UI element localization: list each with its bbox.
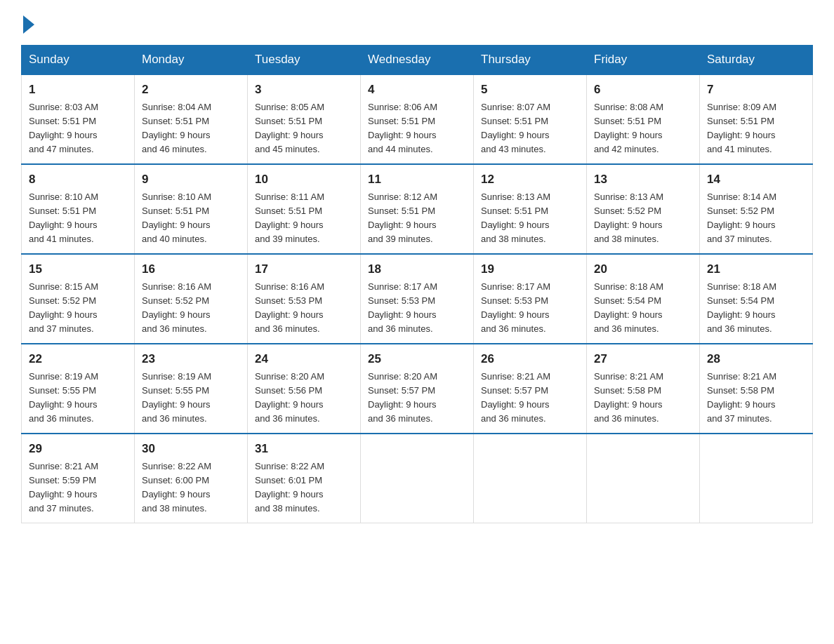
day-info: Sunrise: 8:20 AMSunset: 5:56 PMDaylight:… (255, 370, 353, 427)
day-number: 21 (707, 260, 805, 279)
day-number: 25 (368, 350, 466, 368)
day-info: Sunrise: 8:18 AMSunset: 5:54 PMDaylight:… (707, 280, 805, 337)
calendar-week-row: 1Sunrise: 8:03 AMSunset: 5:51 PMDaylight… (22, 74, 813, 164)
day-number: 1 (29, 81, 127, 99)
table-row: 10Sunrise: 8:11 AMSunset: 5:51 PMDayligh… (248, 164, 361, 254)
day-number: 30 (142, 440, 240, 458)
day-info: Sunrise: 8:19 AMSunset: 5:55 PMDaylight:… (29, 370, 127, 427)
table-row: 23Sunrise: 8:19 AMSunset: 5:55 PMDayligh… (135, 344, 248, 434)
day-info: Sunrise: 8:17 AMSunset: 5:53 PMDaylight:… (481, 280, 579, 337)
col-wednesday: Wednesday (361, 46, 474, 75)
day-number: 2 (142, 81, 240, 99)
calendar-header-row: Sunday Monday Tuesday Wednesday Thursday… (22, 46, 813, 75)
day-info: Sunrise: 8:16 AMSunset: 5:53 PMDaylight:… (255, 280, 353, 337)
table-row: 6Sunrise: 8:08 AMSunset: 5:51 PMDaylight… (587, 74, 700, 164)
day-number: 24 (255, 350, 353, 368)
day-number: 26 (481, 350, 579, 368)
day-number: 15 (29, 260, 127, 279)
table-row: 25Sunrise: 8:20 AMSunset: 5:57 PMDayligh… (361, 344, 474, 434)
day-info: Sunrise: 8:07 AMSunset: 5:51 PMDaylight:… (481, 100, 579, 157)
table-row: 26Sunrise: 8:21 AMSunset: 5:57 PMDayligh… (474, 344, 587, 434)
table-row: 30Sunrise: 8:22 AMSunset: 6:00 PMDayligh… (135, 434, 248, 523)
day-info: Sunrise: 8:08 AMSunset: 5:51 PMDaylight:… (594, 100, 692, 157)
table-row: 19Sunrise: 8:17 AMSunset: 5:53 PMDayligh… (474, 254, 587, 344)
col-friday: Friday (587, 46, 700, 75)
calendar-week-row: 15Sunrise: 8:15 AMSunset: 5:52 PMDayligh… (22, 254, 813, 344)
table-row: 17Sunrise: 8:16 AMSunset: 5:53 PMDayligh… (248, 254, 361, 344)
page-header (21, 14, 813, 31)
table-row (700, 434, 813, 523)
table-row: 28Sunrise: 8:21 AMSunset: 5:58 PMDayligh… (700, 344, 813, 434)
table-row: 9Sunrise: 8:10 AMSunset: 5:51 PMDaylight… (135, 164, 248, 254)
col-sunday: Sunday (22, 46, 135, 75)
col-thursday: Thursday (474, 46, 587, 75)
table-row: 11Sunrise: 8:12 AMSunset: 5:51 PMDayligh… (361, 164, 474, 254)
table-row: 21Sunrise: 8:18 AMSunset: 5:54 PMDayligh… (700, 254, 813, 344)
day-info: Sunrise: 8:21 AMSunset: 5:57 PMDaylight:… (481, 370, 579, 427)
day-info: Sunrise: 8:03 AMSunset: 5:51 PMDaylight:… (29, 100, 127, 157)
logo-arrow-icon (23, 15, 34, 34)
calendar-week-row: 29Sunrise: 8:21 AMSunset: 5:59 PMDayligh… (22, 434, 813, 523)
day-number: 19 (481, 260, 579, 279)
table-row: 22Sunrise: 8:19 AMSunset: 5:55 PMDayligh… (22, 344, 135, 434)
day-number: 29 (29, 440, 127, 458)
table-row: 13Sunrise: 8:13 AMSunset: 5:52 PMDayligh… (587, 164, 700, 254)
day-info: Sunrise: 8:13 AMSunset: 5:52 PMDaylight:… (594, 190, 692, 247)
day-info: Sunrise: 8:10 AMSunset: 5:51 PMDaylight:… (29, 190, 127, 247)
table-row: 7Sunrise: 8:09 AMSunset: 5:51 PMDaylight… (700, 74, 813, 164)
day-number: 17 (255, 260, 353, 279)
day-number: 6 (594, 81, 692, 99)
col-tuesday: Tuesday (248, 46, 361, 75)
table-row: 20Sunrise: 8:18 AMSunset: 5:54 PMDayligh… (587, 254, 700, 344)
day-number: 12 (481, 170, 579, 189)
day-number: 20 (594, 260, 692, 279)
day-info: Sunrise: 8:10 AMSunset: 5:51 PMDaylight:… (142, 190, 240, 247)
day-number: 23 (142, 350, 240, 368)
day-number: 10 (255, 170, 353, 189)
table-row: 4Sunrise: 8:06 AMSunset: 5:51 PMDaylight… (361, 74, 474, 164)
table-row: 14Sunrise: 8:14 AMSunset: 5:52 PMDayligh… (700, 164, 813, 254)
table-row: 2Sunrise: 8:04 AMSunset: 5:51 PMDaylight… (135, 74, 248, 164)
day-number: 4 (368, 81, 466, 99)
day-number: 31 (255, 440, 353, 458)
day-info: Sunrise: 8:13 AMSunset: 5:51 PMDaylight:… (481, 190, 579, 247)
day-number: 13 (594, 170, 692, 189)
day-info: Sunrise: 8:14 AMSunset: 5:52 PMDaylight:… (707, 190, 805, 247)
day-info: Sunrise: 8:17 AMSunset: 5:53 PMDaylight:… (368, 280, 466, 337)
day-info: Sunrise: 8:21 AMSunset: 5:59 PMDaylight:… (29, 459, 127, 516)
table-row: 18Sunrise: 8:17 AMSunset: 5:53 PMDayligh… (361, 254, 474, 344)
day-info: Sunrise: 8:16 AMSunset: 5:52 PMDaylight:… (142, 280, 240, 337)
table-row: 5Sunrise: 8:07 AMSunset: 5:51 PMDaylight… (474, 74, 587, 164)
day-number: 8 (29, 170, 127, 189)
day-number: 3 (255, 81, 353, 99)
table-row: 29Sunrise: 8:21 AMSunset: 5:59 PMDayligh… (22, 434, 135, 523)
table-row (474, 434, 587, 523)
table-row: 16Sunrise: 8:16 AMSunset: 5:52 PMDayligh… (135, 254, 248, 344)
table-row (587, 434, 700, 523)
calendar-table: Sunday Monday Tuesday Wednesday Thursday… (21, 45, 813, 523)
day-info: Sunrise: 8:06 AMSunset: 5:51 PMDaylight:… (368, 100, 466, 157)
day-number: 27 (594, 350, 692, 368)
day-number: 28 (707, 350, 805, 368)
table-row: 27Sunrise: 8:21 AMSunset: 5:58 PMDayligh… (587, 344, 700, 434)
day-number: 18 (368, 260, 466, 279)
day-number: 9 (142, 170, 240, 189)
logo (21, 14, 34, 31)
day-info: Sunrise: 8:15 AMSunset: 5:52 PMDaylight:… (29, 280, 127, 337)
calendar-week-row: 8Sunrise: 8:10 AMSunset: 5:51 PMDaylight… (22, 164, 813, 254)
day-info: Sunrise: 8:21 AMSunset: 5:58 PMDaylight:… (707, 370, 805, 427)
day-number: 22 (29, 350, 127, 368)
day-info: Sunrise: 8:22 AMSunset: 6:01 PMDaylight:… (255, 459, 353, 516)
day-info: Sunrise: 8:19 AMSunset: 5:55 PMDaylight:… (142, 370, 240, 427)
day-number: 14 (707, 170, 805, 189)
day-number: 11 (368, 170, 466, 189)
day-info: Sunrise: 8:04 AMSunset: 5:51 PMDaylight:… (142, 100, 240, 157)
day-info: Sunrise: 8:22 AMSunset: 6:00 PMDaylight:… (142, 459, 240, 516)
day-info: Sunrise: 8:09 AMSunset: 5:51 PMDaylight:… (707, 100, 805, 157)
day-info: Sunrise: 8:21 AMSunset: 5:58 PMDaylight:… (594, 370, 692, 427)
day-info: Sunrise: 8:20 AMSunset: 5:57 PMDaylight:… (368, 370, 466, 427)
table-row: 31Sunrise: 8:22 AMSunset: 6:01 PMDayligh… (248, 434, 361, 523)
table-row: 15Sunrise: 8:15 AMSunset: 5:52 PMDayligh… (22, 254, 135, 344)
day-info: Sunrise: 8:05 AMSunset: 5:51 PMDaylight:… (255, 100, 353, 157)
table-row: 24Sunrise: 8:20 AMSunset: 5:56 PMDayligh… (248, 344, 361, 434)
